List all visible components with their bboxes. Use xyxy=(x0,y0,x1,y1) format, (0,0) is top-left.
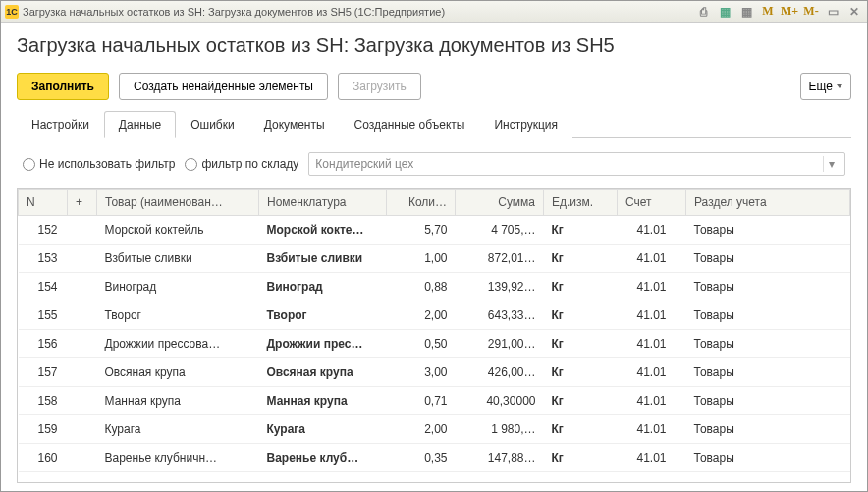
cell-name: Виноград xyxy=(97,273,259,301)
toolbar: Заполнить Создать ненайденные элементы З… xyxy=(17,73,851,100)
create-missing-button[interactable]: Создать ненайденные элементы xyxy=(119,73,328,100)
cell-acc: 41.01 xyxy=(618,358,686,387)
cell-plus xyxy=(68,330,97,358)
col-name[interactable]: Товар (наименован… xyxy=(97,190,259,216)
cell-acc: 41.01 xyxy=(618,273,686,301)
cell-plus xyxy=(68,273,97,301)
table-row[interactable]: 158Манная крупаМанная крупа0,7140,30000К… xyxy=(19,387,850,415)
table-row[interactable]: 154ВиноградВиноград0,88139,92…Кг41.01Тов… xyxy=(19,273,850,301)
cell-unit: Кг xyxy=(544,273,618,301)
cell-nom: Морской кокте… xyxy=(259,216,387,245)
cell-sum: 147,88… xyxy=(456,444,544,472)
cell-acc: 41.01 xyxy=(618,415,686,444)
cell-acc: 41.01 xyxy=(618,216,686,245)
col-plus[interactable]: + xyxy=(68,190,97,216)
table-row[interactable]: 153Взбитые сливкиВзбитые сливки1,00872,0… xyxy=(19,245,850,273)
table-row[interactable]: 155ТворогТворог2,00643,33…Кг41.01Товары xyxy=(19,301,850,330)
cell-qty: 0,35 xyxy=(387,444,456,472)
cell-acc: 41.01 xyxy=(618,444,686,472)
col-n[interactable]: N xyxy=(19,190,68,216)
cell-plus xyxy=(68,415,97,444)
cell-acc: 41.01 xyxy=(618,245,686,273)
cell-name: Манная крупа xyxy=(97,387,259,415)
cell-n: 152 xyxy=(19,216,68,245)
warehouse-select[interactable]: Кондитерский цех ▾ xyxy=(308,152,845,176)
table-row[interactable]: 152Морской коктейльМорской кокте…5,704 7… xyxy=(19,216,850,245)
cell-unit: Кг xyxy=(544,444,618,472)
chevron-down-icon xyxy=(837,84,842,88)
cell-n: 153 xyxy=(19,245,68,273)
cell-acc: 41.01 xyxy=(618,330,686,358)
cell-nom: Взбитые сливки xyxy=(259,245,387,273)
cell-unit: Кг xyxy=(544,387,618,415)
radio-icon xyxy=(185,158,197,171)
cell-qty: 2,00 xyxy=(387,301,456,330)
more-button[interactable]: Еще xyxy=(800,73,851,100)
cell-acc: 41.01 xyxy=(618,301,686,330)
col-nom[interactable]: Номенклатура xyxy=(259,190,387,216)
cell-acc: 41.01 xyxy=(618,387,686,415)
cell-sum: 139,92… xyxy=(456,273,544,301)
tab-5[interactable]: Инструкция xyxy=(479,111,572,138)
cell-sec: Товары xyxy=(686,273,850,301)
fill-button[interactable]: Заполнить xyxy=(17,73,109,100)
table-row[interactable]: 160Варенье клубничн…Варенье клуб…0,35147… xyxy=(19,444,850,472)
tab-3[interactable]: Документы xyxy=(249,111,340,138)
cell-nom: Дрожжии прес… xyxy=(259,330,387,358)
col-sum[interactable]: Сумма xyxy=(456,190,544,216)
radio-no-filter[interactable]: Не использовать фильтр xyxy=(23,157,175,171)
cell-name: Курага xyxy=(97,415,259,444)
col-unit[interactable]: Ед.изм. xyxy=(544,190,618,216)
cell-n: 154 xyxy=(19,273,68,301)
print-icon[interactable]: ⎙ xyxy=(694,4,712,20)
cell-sec: Товары xyxy=(686,444,850,472)
cell-sum: 643,33… xyxy=(456,301,544,330)
cell-n: 158 xyxy=(19,387,68,415)
radio-by-warehouse[interactable]: фильтр по складу xyxy=(185,157,298,171)
memory-mminus-button[interactable]: M- xyxy=(802,4,820,20)
cell-qty: 3,00 xyxy=(387,358,456,387)
calendar-icon[interactable]: ▦ xyxy=(737,4,755,20)
cell-plus xyxy=(68,245,97,273)
memory-mplus-button[interactable]: M+ xyxy=(781,4,798,20)
content-area: Загрузка начальных остатков из SH: Загру… xyxy=(1,23,867,491)
tab-1[interactable]: Данные xyxy=(104,111,176,138)
memory-m-button[interactable]: M xyxy=(759,4,777,20)
dropdown-icon[interactable]: ▾ xyxy=(823,156,839,172)
cell-plus xyxy=(68,444,97,472)
cell-unit: Кг xyxy=(544,301,618,330)
cell-nom: Творог xyxy=(259,301,387,330)
cell-name: Овсяная крупа xyxy=(97,358,259,387)
cell-unit: Кг xyxy=(544,216,618,245)
cell-sum: 40,30000 xyxy=(456,387,544,415)
col-sec[interactable]: Раздел учета xyxy=(686,190,850,216)
tab-4[interactable]: Созданные объекты xyxy=(340,111,480,138)
cell-sec: Товары xyxy=(686,387,850,415)
cell-sum: 1 980,… xyxy=(456,415,544,444)
cell-nom: Овсяная крупа xyxy=(259,358,387,387)
cell-plus xyxy=(68,358,97,387)
cell-unit: Кг xyxy=(544,358,618,387)
data-grid[interactable]: N + Товар (наименован… Номенклатура Коли… xyxy=(17,188,851,483)
close-icon[interactable]: ✕ xyxy=(845,4,863,20)
calc-icon[interactable]: ▦ xyxy=(716,4,733,20)
col-acc[interactable]: Счет xyxy=(618,190,686,216)
col-qty[interactable]: Коли… xyxy=(387,190,456,216)
tab-0[interactable]: Настройки xyxy=(17,111,104,138)
app-icon: 1С xyxy=(5,5,19,19)
cell-qty: 0,88 xyxy=(387,273,456,301)
cell-nom: Виноград xyxy=(259,273,387,301)
cell-plus xyxy=(68,387,97,415)
cell-plus xyxy=(68,301,97,330)
table-row[interactable]: 157Овсяная крупаОвсяная крупа3,00426,00…… xyxy=(19,358,850,387)
table-row[interactable]: 156Дрожжии прессова…Дрожжии прес…0,50291… xyxy=(19,330,850,358)
window-title: Загрузка начальных остатков из SH: Загру… xyxy=(23,6,694,18)
minimize-icon[interactable]: ▭ xyxy=(824,4,841,20)
cell-sec: Товары xyxy=(686,216,850,245)
cell-sum: 426,00… xyxy=(456,358,544,387)
tab-2[interactable]: Ошибки xyxy=(176,111,249,138)
cell-n: 155 xyxy=(19,301,68,330)
cell-n: 157 xyxy=(19,358,68,387)
table-row[interactable]: 159КурагаКурага2,001 980,…Кг41.01Товары xyxy=(19,415,850,444)
cell-name: Варенье клубничн… xyxy=(97,444,259,472)
